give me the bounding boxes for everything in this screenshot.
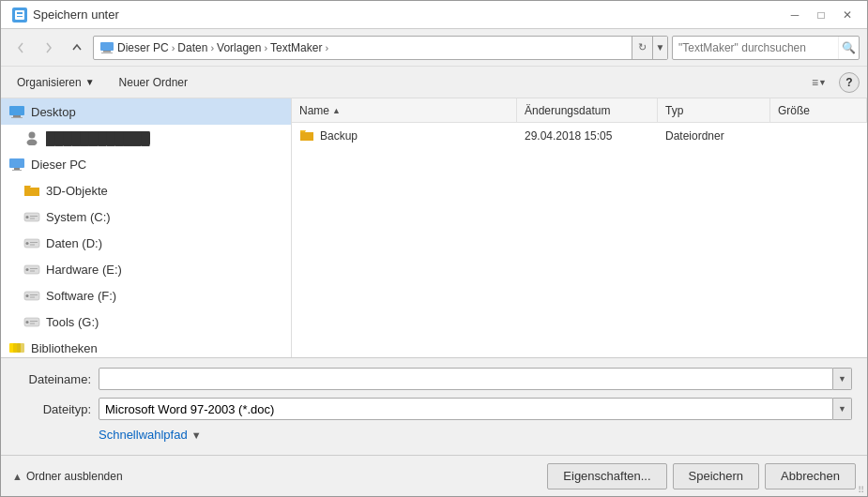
nav-item-3d-objects[interactable]: 3D-Objekte [1,177,291,203]
drive-e-icon [23,262,40,277]
svg-rect-36 [17,343,24,353]
drive-d-icon [23,235,40,250]
view-arrow-icon: ▼ [818,78,827,87]
new-folder-button[interactable]: Neuer Ordner [111,71,196,94]
bottom-form-area: Dateiname: ▼ Dateityp: ▼ Schnellwahlpfad… [1,357,867,455]
organize-toolbar: Organisieren ▼ Neuer Ordner ≡ ▼ ? [1,67,867,98]
svg-rect-17 [30,218,35,218]
refresh-button[interactable]: ↻ [632,37,652,59]
filename-input[interactable] [99,368,833,390]
nav-item-dieser-pc[interactable]: Dieser PC [1,151,291,177]
close-button[interactable]: ✕ [835,5,860,25]
table-row[interactable]: Backup 29.04.2018 15:05 Dateiordner [292,123,867,149]
dialog-icon [12,8,27,23]
col-header-size[interactable]: Größe [770,98,867,122]
search-button[interactable]: 🔍 [838,37,859,59]
nav-item-desktop[interactable]: Desktop [1,98,291,125]
file-cell-type: Dateiordner [658,129,770,143]
address-bar[interactable]: Dieser PC › Daten › Vorlagen › TextMaker… [93,36,668,60]
breadcrumb-dieser-pc: Dieser PC [117,41,169,54]
filetype-dropdown-button[interactable]: ▼ [833,398,852,420]
help-button[interactable]: ? [839,72,860,93]
filetype-row: Dateityp: ▼ [16,398,852,420]
svg-rect-7 [13,115,21,117]
file-list-body: Backup 29.04.2018 15:05 Dateiordner [292,123,867,357]
filetype-input[interactable] [99,398,833,420]
svg-rect-25 [30,270,35,271]
filename-dropdown-button[interactable]: ▼ [833,368,852,390]
svg-point-10 [27,140,38,146]
col-date-label: Änderungsdatum [525,104,610,117]
col-header-name[interactable]: Name ▲ [292,98,517,122]
svg-point-27 [26,294,29,297]
nav-item-software-f[interactable]: Software (F:) [1,282,291,309]
right-panel: Name ▲ Änderungsdatum Typ Größe [292,98,867,357]
bibliotheken-icon [8,340,25,355]
svg-rect-8 [11,117,23,118]
schnellwahlpfad-link[interactable]: Schnellwahlpfad [99,428,188,442]
col-header-type[interactable]: Typ [658,98,770,122]
title-controls: ─ □ ✕ [783,5,860,25]
nav-item-user[interactable]: ████████████ [1,125,291,151]
view-button[interactable]: ≡ ▼ [807,71,831,94]
left-panel: Desktop ████████████ Dieser PC [1,98,292,357]
action-buttons: Eigenschaften... Speichern Abbrechen [547,463,856,489]
schnellwahlpfad-row: Schnellwahlpfad ▼ [16,428,852,442]
view-icon: ≡ [812,76,818,89]
nav-label-desktop: Desktop [31,105,76,119]
file-type: Dateiordner [665,129,724,143]
properties-button[interactable]: Eigenschaften... [547,463,666,489]
up-button[interactable] [65,36,89,60]
sort-arrow-icon: ▲ [332,106,341,115]
folder-3d-icon [23,183,40,198]
nav-item-bibliotheken[interactable]: Bibliotheken [1,335,291,357]
file-cell-date: 29.04.2018 15:05 [517,129,658,143]
svg-rect-21 [30,244,35,245]
maximize-button[interactable]: □ [809,5,833,25]
svg-point-15 [26,216,29,218]
breadcrumb: Dieser PC › Daten › Vorlagen › TextMaker… [94,37,632,59]
nav-label-3d-objects: 3D-Objekte [46,184,108,198]
back-button[interactable] [8,36,33,60]
nav-label-daten-d: Daten (D:) [46,236,102,250]
dieser-pc-icon [8,157,25,172]
user-icon [23,130,40,145]
nav-item-system-c[interactable]: System (C:) [1,203,291,230]
nav-toolbar: Dieser PC › Daten › Vorlagen › TextMaker… [1,29,867,67]
col-name-label: Name [299,104,329,117]
breadcrumb-daten: Daten [177,41,207,54]
desktop-icon [8,104,25,119]
nav-item-hardware-e[interactable]: Hardware (E:) [1,256,291,282]
svg-rect-11 [9,158,24,168]
bottom-buttons-bar: ▲ Ordner ausblenden Eigenschaften... Spe… [1,455,867,496]
svg-rect-28 [30,294,38,295]
folder-toggle[interactable]: ▲ Ordner ausblenden [12,470,123,483]
minimize-button[interactable]: ─ [783,5,807,25]
svg-rect-3 [100,42,114,51]
svg-rect-6 [9,106,24,115]
save-dialog: Speichern unter ─ □ ✕ Dieser PC › Date [0,0,868,497]
search-box[interactable]: 🔍 [672,36,860,60]
svg-rect-29 [30,296,35,297]
cancel-label: Abbrechen [781,469,840,483]
dialog-title: Speichern unter [33,8,119,22]
save-button[interactable]: Speichern [673,463,760,489]
forward-button[interactable] [37,36,61,60]
search-input[interactable] [673,41,838,54]
nav-label-hardware-e: Hardware (E:) [46,263,122,277]
cancel-button[interactable]: Abbrechen [765,463,856,489]
title-bar-left: Speichern unter [12,8,119,23]
col-type-label: Typ [665,104,683,117]
filename-label: Dateiname: [16,372,91,386]
nav-item-tools-g[interactable]: Tools (G:) [1,309,291,335]
col-header-date[interactable]: Änderungsdatum [517,98,658,122]
address-dropdown-button[interactable]: ▼ [652,37,667,59]
drive-c-icon [23,209,40,224]
organize-button[interactable]: Organisieren ▼ [8,71,103,94]
main-content: Desktop ████████████ Dieser PC [1,98,867,357]
nav-item-daten-d[interactable]: Daten (D:) [1,230,291,256]
file-cell-name: Backup [292,129,517,143]
svg-rect-13 [12,170,22,171]
drive-g-icon [23,314,40,329]
nav-label-tools-g: Tools (G:) [46,315,99,329]
